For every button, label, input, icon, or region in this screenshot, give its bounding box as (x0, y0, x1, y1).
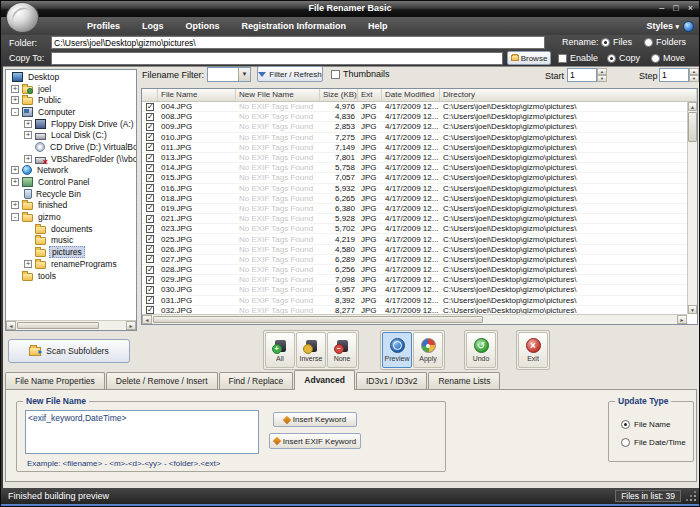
tree-item-public[interactable]: +Public (6, 94, 136, 106)
tree-item-local-disk-c[interactable]: +Local Disk (C:) (6, 129, 136, 141)
tab-id3v1-id3v2[interactable]: ID3v1 / ID3v2 (356, 372, 428, 390)
tree-item-cd-drive-d-virtualbox-guest[interactable]: CD Drive (D:) VirtualBox Guest (6, 141, 136, 153)
expand-icon[interactable]: + (24, 155, 32, 163)
scroll-right-icon[interactable]: ► (126, 321, 136, 330)
tree-item-music[interactable]: music (6, 235, 136, 247)
thumbnails-checkbox[interactable]: Thumbnails (331, 69, 390, 79)
step-stepper[interactable]: ▲▼ (659, 68, 699, 82)
row-checkbox[interactable] (146, 225, 154, 233)
tree-item-gizmo[interactable]: -gizmo (6, 211, 136, 223)
table-row[interactable]: 029.JPGNo EXIF Tags Found7,098JPG4/17/20… (142, 275, 687, 285)
menu-item-profiles[interactable]: Profiles (76, 17, 131, 35)
menu-item-registration-information[interactable]: Registration Information (231, 17, 358, 35)
styles-menu[interactable]: Styles ▾ (646, 17, 679, 36)
table-row[interactable]: 026.JPGNo EXIF Tags Found4,580JPG4/17/20… (142, 245, 687, 255)
table-row[interactable]: 023.JPGNo EXIF Tags Found5,702JPG4/17/20… (142, 224, 687, 234)
row-checkbox[interactable] (146, 245, 154, 253)
row-checkbox[interactable] (146, 164, 154, 172)
table-row[interactable]: 025.JPGNo EXIF Tags Found4,219JPG4/17/20… (142, 234, 687, 244)
dropdown-arrow-icon[interactable]: ▼ (238, 68, 250, 81)
scan-subfolders-button[interactable]: Scan Subfolders (8, 339, 130, 363)
column-header-ext[interactable]: Ext (358, 89, 382, 101)
expand-icon[interactable]: + (24, 260, 32, 268)
none-button[interactable]: None (327, 332, 357, 368)
apply-button[interactable]: Apply (413, 332, 443, 368)
files-radio[interactable]: Files (601, 37, 632, 47)
table-row[interactable]: 030.JPGNo EXIF Tags Found6,957JPG4/17/20… (142, 285, 687, 295)
close-button[interactable]: × (688, 2, 693, 14)
scroll-left-icon[interactable]: ◄ (142, 315, 152, 324)
tree-item-vbsharedfolder-vboxsvr-z[interactable]: +VBSharedFolder (\\vboxsvr) (Z (6, 153, 136, 165)
insert-keyword-button[interactable]: Insert Keyword (273, 412, 357, 427)
menu-item-logs[interactable]: Logs (131, 17, 175, 35)
tree-item-floppy-disk-drive-a[interactable]: +Floppy Disk Drive (A:) (6, 118, 136, 130)
copyto-input[interactable] (51, 52, 503, 65)
scroll-thumb[interactable] (688, 112, 697, 142)
table-row[interactable]: 004.JPGNo EXIF Tags Found4,976JPG4/17/20… (142, 102, 687, 112)
table-row[interactable]: 032.JPGNo EXIF Tags Found8,277JPG4/17/20… (142, 306, 687, 314)
row-checkbox[interactable] (146, 255, 154, 263)
table-row[interactable]: 018.JPGNo EXIF Tags Found6,265JPG4/17/20… (142, 194, 687, 204)
row-checkbox[interactable] (146, 113, 154, 121)
collapse-icon[interactable]: - (11, 213, 19, 221)
tree-item-recycle-bin[interactable]: Recycle Bin (6, 188, 136, 200)
exit-button[interactable]: Exit (518, 332, 548, 368)
expand-icon[interactable]: + (24, 120, 32, 128)
spinner-buttons[interactable]: ▲▼ (597, 68, 607, 82)
row-checkbox[interactable] (146, 174, 154, 182)
row-checkbox[interactable] (146, 235, 154, 243)
all-button[interactable]: All (265, 332, 295, 368)
tree-horizontal-scrollbar[interactable]: ◄ ► (6, 320, 136, 330)
expand-icon[interactable]: + (11, 201, 19, 209)
folders-radio[interactable]: Folders (644, 37, 686, 47)
column-header-size-kb[interactable]: Size (KB) (320, 89, 358, 101)
tree-item-tools[interactable]: tools (6, 270, 136, 282)
row-checkbox[interactable] (146, 204, 154, 212)
tab-file-name-properties[interactable]: File Name Properties (5, 372, 105, 390)
scroll-left-icon[interactable]: ◄ (6, 321, 16, 330)
column-header-date-modified[interactable]: Date Modified (382, 89, 440, 101)
update-file-name-radio[interactable]: File Name (621, 420, 670, 429)
tree-item-control-panel[interactable]: +Control Panel (6, 176, 136, 188)
tab-delete-remove-insert[interactable]: Delete / Remove / Insert (106, 372, 218, 390)
row-checkbox[interactable] (146, 296, 154, 304)
table-row[interactable]: 010.JPGNo EXIF Tags Found7,275JPG4/17/20… (142, 133, 687, 143)
start-stepper[interactable]: ▲▼ (567, 68, 607, 82)
tab-rename-lists[interactable]: Rename Lists (428, 372, 500, 390)
table-row[interactable]: 008.JPGNo EXIF Tags Found4,836JPG4/17/20… (142, 112, 687, 122)
folder-input[interactable] (51, 36, 545, 49)
scroll-thumb[interactable] (17, 322, 99, 329)
start-input[interactable] (567, 68, 597, 82)
row-checkbox[interactable] (146, 215, 154, 223)
table-vertical-scrollbar[interactable]: ▲ ▼ (687, 102, 697, 314)
table-row[interactable]: 016.JPGNo EXIF Tags Found5,932JPG4/17/20… (142, 184, 687, 194)
maximize-button[interactable]: □ (673, 2, 678, 14)
row-checkbox[interactable] (146, 194, 154, 202)
tree-item-network[interactable]: +Network (6, 165, 136, 177)
resize-grip[interactable] (694, 499, 696, 501)
row-checkbox[interactable] (146, 184, 154, 192)
table-row[interactable]: 031.JPGNo EXIF Tags Found8,392JPG4/17/20… (142, 296, 687, 306)
table-row[interactable]: 013.JPGNo EXIF Tags Found7,801JPG4/17/20… (142, 153, 687, 163)
tree-item-finished[interactable]: +finished (6, 200, 136, 212)
spinner-buttons[interactable]: ▲▼ (689, 68, 699, 82)
menu-item-help[interactable]: Help (357, 17, 399, 35)
row-checkbox[interactable] (146, 266, 154, 274)
tab-find-replace[interactable]: Find / Replace (219, 372, 294, 390)
expand-icon[interactable]: + (24, 131, 32, 139)
scroll-down-icon[interactable]: ▼ (688, 305, 697, 314)
filter-refresh-button[interactable]: Filter / Refresh (257, 66, 323, 82)
expand-icon[interactable]: + (11, 166, 19, 174)
move-radio[interactable]: Move (651, 53, 685, 63)
row-checkbox[interactable] (146, 103, 154, 111)
browse-button[interactable]: Browse (507, 51, 551, 65)
expand-icon[interactable]: + (11, 178, 19, 186)
preview-button[interactable]: Preview (382, 332, 412, 368)
filename-filter-dropdown[interactable]: ▼ (207, 67, 251, 82)
menu-item-options[interactable]: Options (175, 17, 231, 35)
table-row[interactable]: 011.JPGNo EXIF Tags Found7,149JPG4/17/20… (142, 143, 687, 153)
table-row[interactable]: 014.JPGNo EXIF Tags Found5,758JPG4/17/20… (142, 163, 687, 173)
row-checkbox[interactable] (146, 306, 154, 314)
new-file-name-input[interactable]: <exif_keyword,DateTime> (25, 410, 259, 454)
copy-radio[interactable]: Copy (607, 53, 640, 63)
